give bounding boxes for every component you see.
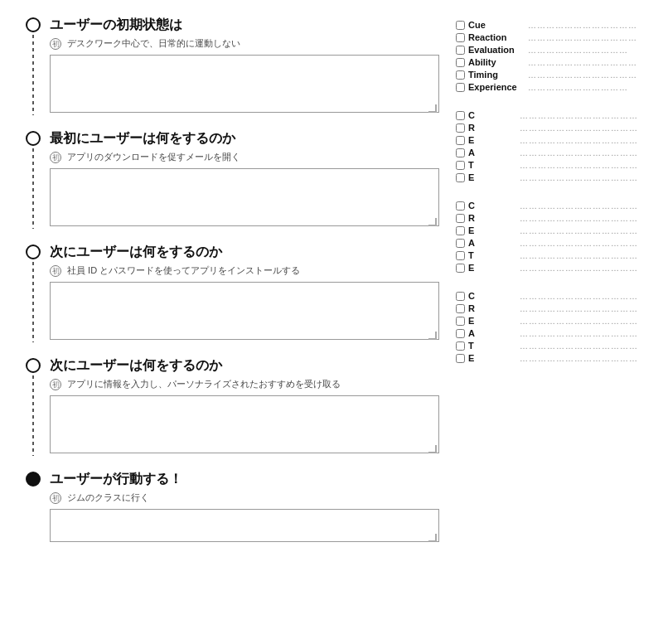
- checkbox-4-e[interactable]: [456, 317, 465, 326]
- step-5-title: ユーザーが行動する！: [50, 471, 439, 488]
- item-label-experience: Experience: [468, 82, 526, 92]
- create-item-2-r: R ………………………………………: [456, 123, 638, 133]
- create-item-4-r: R ………………………………………: [456, 303, 638, 313]
- create-item-3-e2: E ………………………………………: [456, 263, 638, 273]
- step-4-textarea-wrapper: [50, 395, 439, 456]
- step-1-textarea[interactable]: [50, 55, 439, 113]
- item-label-4-c: C: [468, 291, 518, 301]
- create-item-4-t: T ………………………………………: [456, 341, 638, 351]
- item-dots-ability: ………………………………: [528, 58, 637, 67]
- checkbox-cue[interactable]: [456, 21, 465, 30]
- step-1-line: [32, 35, 34, 115]
- item-dots-2-e: ………………………………………: [520, 136, 638, 145]
- item-dots-timing: ………………………………: [528, 70, 637, 80]
- create-item-3-c: C ………………………………………: [456, 201, 638, 211]
- checkbox-evaluation[interactable]: [456, 46, 465, 55]
- checkbox-ability[interactable]: [456, 58, 465, 67]
- create-item-4-a: A ………………………………………: [456, 328, 638, 338]
- item-label-4-r: R: [468, 303, 518, 313]
- checkbox-4-e2[interactable]: [456, 354, 465, 363]
- create-item-4-c: C ………………………………………: [456, 291, 638, 301]
- item-label-2-e: E: [468, 135, 518, 145]
- checkbox-2-c[interactable]: [456, 111, 465, 120]
- item-label-reaction: Reaction: [468, 32, 526, 42]
- step-1-indicator: [25, 17, 41, 115]
- step-5-textarea-wrapper: [50, 509, 439, 545]
- step-3-title: 次にユーザーは何をするのか: [50, 244, 439, 261]
- step-4-textarea[interactable]: [50, 395, 439, 453]
- item-dots-3-t: ………………………………………: [520, 251, 638, 260]
- checkbox-3-r[interactable]: [456, 214, 465, 223]
- item-dots-4-e2: ………………………………………: [520, 354, 638, 363]
- step-5-label-icon: 初: [50, 492, 61, 504]
- step-4-content: 次にユーザーは何をするのか 初 アプリに情報を入力し、パーソナライズされたおすす…: [50, 357, 439, 456]
- step-4: 次にユーザーは何をするのか 初 アプリに情報を入力し、パーソナライズされたおすす…: [25, 357, 439, 456]
- create-item-ability: Ability ………………………………: [456, 57, 638, 67]
- item-label-4-e: E: [468, 316, 518, 326]
- checkbox-2-a[interactable]: [456, 148, 465, 157]
- item-label-evaluation: Evaluation: [468, 45, 526, 55]
- step-3: 次にユーザーは何をするのか 初 社員 ID とパスワードを使ってアプリをインスト…: [25, 244, 439, 342]
- step-5-subtitle: 初 ジムのクラスに行く: [50, 491, 439, 504]
- item-dots-3-e2: ………………………………………: [520, 264, 638, 273]
- item-label-3-e2: E: [468, 263, 518, 273]
- checkbox-2-e2[interactable]: [456, 173, 465, 182]
- create-item-timing: Timing ………………………………: [456, 70, 638, 80]
- step-4-title: 次にユーザーは何をするのか: [50, 357, 439, 375]
- checkbox-3-e2[interactable]: [456, 264, 465, 273]
- item-label-2-t: T: [468, 160, 518, 170]
- checkbox-timing[interactable]: [456, 70, 465, 80]
- checkbox-3-c[interactable]: [456, 201, 465, 211]
- step-5: ユーザーが行動する！ 初 ジムのクラスに行く: [25, 471, 439, 545]
- step-3-textarea-wrapper: [50, 282, 439, 342]
- checkbox-experience[interactable]: [456, 83, 465, 92]
- step-2-textarea[interactable]: [50, 168, 439, 226]
- checkbox-3-t[interactable]: [456, 251, 465, 260]
- step-2-subtitle: 初 アプリのダウンロードを促すメールを開く: [50, 151, 439, 163]
- item-label-2-a: A: [468, 148, 518, 157]
- step-1-title: ユーザーの初期状態は: [50, 17, 439, 34]
- step-1-subtitle: 初 デスクワーク中心で、日常的に運動しない: [50, 37, 439, 50]
- create-list-4: C ……………………………………… R ……………………………………… E ………: [456, 291, 638, 363]
- step-4-subtitle: 初 アプリに情報を入力し、パーソナライズされたおすすめを受け取る: [50, 378, 439, 390]
- checkbox-2-r[interactable]: [456, 123, 465, 133]
- step-3-textarea[interactable]: [50, 282, 439, 340]
- create-list-1: Cue ………………………………… Reaction ……………………………… …: [456, 20, 638, 92]
- step-3-subtitle: 初 社員 ID とパスワードを使ってアプリをインストールする: [50, 264, 439, 277]
- step-2-circle: [26, 131, 41, 146]
- item-dots-evaluation: ……………………………: [528, 46, 628, 55]
- create-section-2: C ……………………………………… R ……………………………………… E ………: [456, 110, 638, 182]
- item-dots-reaction: ………………………………: [528, 33, 637, 42]
- checkbox-2-t[interactable]: [456, 161, 465, 170]
- checkbox-3-e[interactable]: [456, 226, 465, 235]
- create-item-reaction: Reaction ………………………………: [456, 32, 638, 42]
- create-section-1: Cue ………………………………… Reaction ……………………………… …: [456, 20, 638, 92]
- main-layout: ユーザーの初期状態は 初 デスクワーク中心で、日常的に運動しない 最初にユーザー…: [25, 17, 638, 559]
- step-2-title: 最初にユーザーは何をするのか: [50, 130, 439, 148]
- checkbox-4-r[interactable]: [456, 304, 465, 313]
- item-label-4-e2: E: [468, 353, 518, 363]
- item-dots-2-t: ………………………………………: [520, 161, 638, 170]
- step-5-circle: [26, 472, 41, 487]
- step-5-textarea[interactable]: [50, 509, 439, 542]
- checkbox-4-c[interactable]: [456, 292, 465, 301]
- step-3-content: 次にユーザーは何をするのか 初 社員 ID とパスワードを使ってアプリをインスト…: [50, 244, 439, 342]
- item-dots-4-r: ………………………………………: [520, 304, 638, 313]
- right-column: Cue ………………………………… Reaction ……………………………… …: [456, 17, 638, 559]
- checkbox-3-a[interactable]: [456, 239, 465, 248]
- item-dots-3-a: ………………………………………: [520, 239, 638, 248]
- checkbox-4-a[interactable]: [456, 329, 465, 338]
- create-item-2-a: A ………………………………………: [456, 148, 638, 157]
- step-1: ユーザーの初期状態は 初 デスクワーク中心で、日常的に運動しない: [25, 17, 439, 115]
- checkbox-reaction[interactable]: [456, 33, 465, 42]
- checkbox-4-t[interactable]: [456, 341, 465, 351]
- item-label-2-r: R: [468, 123, 518, 133]
- create-item-cue: Cue …………………………………: [456, 20, 638, 30]
- item-label-3-t: T: [468, 250, 518, 260]
- step-1-textarea-wrapper: [50, 55, 439, 115]
- checkbox-2-e[interactable]: [456, 136, 465, 145]
- item-label-2-c: C: [468, 110, 518, 120]
- step-3-circle: [26, 245, 41, 259]
- item-label-4-t: T: [468, 341, 518, 351]
- step-2-textarea-wrapper: [50, 168, 439, 229]
